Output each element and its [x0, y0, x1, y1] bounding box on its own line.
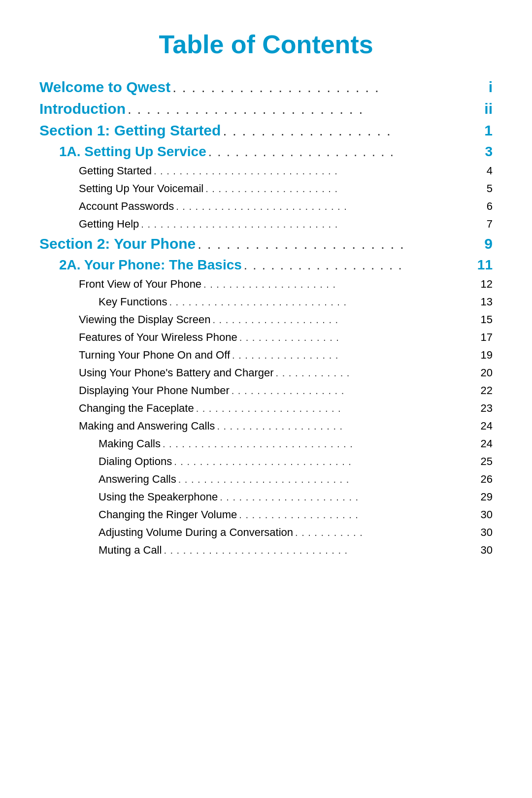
toc-row: Muting a Call . . . . . . . . . . . . . … [39, 544, 493, 557]
toc-page-number: 17 [481, 331, 493, 344]
toc-row: 2A. Your Phone: The Basics . . . . . . .… [39, 257, 493, 273]
toc-page-number: 30 [481, 544, 493, 557]
toc-page-number: 19 [481, 349, 493, 362]
toc-label: 2A. Your Phone: The Basics [59, 257, 242, 273]
toc-page-number: 6 [487, 200, 493, 213]
toc-label: Front View of Your Phone [79, 278, 201, 291]
toc-page-number: 24 [481, 420, 493, 432]
toc-dots: . . . . . . . . . . . . . . . . . . . . [212, 314, 478, 326]
toc-dots: . . . . . . . . . . . . . . . . . . . . … [178, 474, 479, 485]
toc-page-number: ii [484, 100, 493, 117]
toc-row: Using the Speakerphone . . . . . . . . .… [39, 491, 493, 503]
toc-row: Getting Help . . . . . . . . . . . . . .… [39, 218, 493, 231]
toc-dots: . . . . . . . . . . . . . . . . . . . . … [141, 219, 484, 230]
toc-page-number: 1 [484, 122, 493, 139]
toc-row: Answering Calls . . . . . . . . . . . . … [39, 473, 493, 486]
toc-row: Displaying Your Phone Number . . . . . .… [39, 384, 493, 397]
toc-label: Muting a Call [99, 544, 162, 557]
toc-page-number: 29 [481, 491, 493, 503]
toc-dots: . . . . . . . . . . . . . . . . . . . . … [164, 545, 478, 556]
toc-label: Making Calls [99, 437, 161, 450]
toc-page-number: 25 [481, 455, 493, 468]
toc-page-number: 20 [481, 366, 493, 379]
toc-page-number: 22 [481, 384, 493, 397]
toc-row: Getting Started . . . . . . . . . . . . … [39, 165, 493, 177]
toc-row: Introduction . . . . . . . . . . . . . .… [39, 100, 493, 117]
toc-page-number: 7 [487, 218, 493, 231]
toc-dots: . . . . . . . . . . . . . . . . . . . . … [205, 183, 485, 195]
toc-row: Dialing Options . . . . . . . . . . . . … [39, 455, 493, 468]
toc-row: Section 1: Getting Started . . . . . . .… [39, 122, 493, 139]
toc-label: Setting Up Your Voicemail [79, 182, 203, 195]
toc-row: Welcome to Qwest . . . . . . . . . . . .… [39, 79, 493, 96]
toc-dots: . . . . . . . . . . . . . . . . . . . [239, 509, 478, 521]
toc-row: Making and Answering Calls . . . . . . .… [39, 420, 493, 432]
toc-label: Introduction [39, 100, 126, 117]
toc-page-number: 30 [481, 526, 493, 539]
toc-row: Turning Your Phone On and Off . . . . . … [39, 349, 493, 362]
toc-row: Making Calls . . . . . . . . . . . . . .… [39, 437, 493, 450]
toc-dots: . . . . . . . . . . . . . . . . . . . . … [169, 297, 478, 308]
toc-label: 1A. Setting Up Service [59, 144, 206, 160]
toc-dots: . . . . . . . . . . . . . . . . . . . . … [172, 80, 486, 96]
toc-dots: . . . . . . . . . . . . . . . . . . . . … [176, 201, 485, 212]
toc-row: Front View of Your Phone . . . . . . . .… [39, 278, 493, 291]
toc-label: Section 2: Your Phone [39, 235, 196, 252]
toc-dots: . . . . . . . . . . . . . . . . . . . . … [208, 144, 483, 160]
toc-dots: . . . . . . . . . . . . [276, 367, 479, 379]
toc-label: Using Your Phone's Battery and Charger [79, 366, 274, 379]
toc-page-number: 3 [485, 144, 493, 160]
toc-page-number: 12 [481, 278, 493, 291]
toc-label: Section 1: Getting Started [39, 122, 221, 139]
toc-dots: . . . . . . . . . . . . . . . . . . . . … [198, 236, 482, 252]
toc-label: Getting Help [79, 218, 139, 231]
toc-dots: . . . . . . . . . . . [295, 527, 479, 538]
toc-label: Turning Your Phone On and Off [79, 349, 230, 362]
toc-dots: . . . . . . . . . . . . . . . . . . . . … [220, 492, 478, 503]
toc-dots: . . . . . . . . . . . . . . . . . . . . … [203, 279, 478, 290]
toc-dots: . . . . . . . . . . . . . . . . . . [223, 123, 482, 139]
toc-dots: . . . . . . . . . . . . . . . . . . . . [217, 421, 478, 432]
toc-page-number: 11 [477, 257, 493, 273]
toc-page-number: 26 [481, 473, 493, 486]
toc-label: Features of Your Wireless Phone [79, 331, 237, 344]
toc-row: Account Passwords . . . . . . . . . . . … [39, 200, 493, 213]
toc-dots: . . . . . . . . . . . . . . . . . . [232, 385, 479, 397]
toc-page-number: 24 [481, 437, 493, 450]
toc-dots: . . . . . . . . . . . . . . . . [239, 332, 479, 343]
toc-label: Dialing Options [99, 455, 172, 468]
toc-label: Using the Speakerphone [99, 491, 218, 503]
toc-row: Key Functions . . . . . . . . . . . . . … [39, 296, 493, 308]
toc-row: Section 2: Your Phone . . . . . . . . . … [39, 235, 493, 252]
toc-row: Viewing the Display Screen . . . . . . .… [39, 313, 493, 326]
toc-label: Account Passwords [79, 200, 174, 213]
toc-page-number: 13 [481, 296, 493, 308]
toc-page-number: 30 [481, 508, 493, 521]
toc-page-number: 4 [487, 165, 493, 177]
toc-dots: . . . . . . . . . . . . . . . . . . [244, 258, 475, 273]
toc-page-number: 15 [481, 313, 493, 326]
toc-dots: . . . . . . . . . . . . . . . . . . . . … [128, 101, 482, 117]
toc-page-number: 5 [487, 182, 493, 195]
toc-dots: . . . . . . . . . . . . . . . . . [232, 350, 479, 361]
toc-dots: . . . . . . . . . . . . . . . . . . . . … [154, 166, 485, 177]
toc-row: Adjusting Volume During a Conversation .… [39, 526, 493, 539]
toc-dots: . . . . . . . . . . . . . . . . . . . . … [196, 403, 479, 414]
toc-label: Viewing the Display Screen [79, 313, 210, 326]
toc-page-number: 23 [481, 402, 493, 415]
toc-label: Welcome to Qwest [39, 79, 170, 96]
toc-label: Displaying Your Phone Number [79, 384, 230, 397]
toc-label: Making and Answering Calls [79, 420, 215, 432]
page-title: Table of Contents [39, 30, 493, 59]
toc-page-number: 9 [484, 235, 493, 252]
toc-label: Key Functions [99, 296, 167, 308]
toc-row: Setting Up Your Voicemail . . . . . . . … [39, 182, 493, 195]
toc-row: Changing the Faceplate . . . . . . . . .… [39, 402, 493, 415]
toc-label: Getting Started [79, 165, 152, 177]
toc-label: Answering Calls [99, 473, 176, 486]
toc-dots: . . . . . . . . . . . . . . . . . . . . … [163, 438, 479, 450]
toc-container: Welcome to Qwest . . . . . . . . . . . .… [39, 79, 493, 557]
toc-row: 1A. Setting Up Service . . . . . . . . .… [39, 144, 493, 160]
toc-row: Using Your Phone's Battery and Charger .… [39, 366, 493, 379]
toc-row: Features of Your Wireless Phone . . . . … [39, 331, 493, 344]
